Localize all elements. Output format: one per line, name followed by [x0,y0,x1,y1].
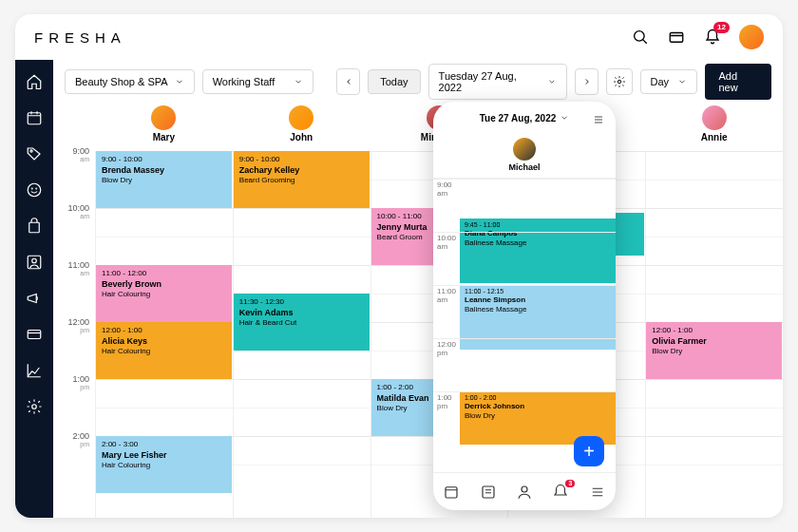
appointment[interactable]: 11:30 - 12:30Kevin AdamsHair & Beard Cut [234,294,370,351]
sidebar [15,60,53,518]
appointment[interactable]: 11:00 - 12:00Beverly BrownHair Colouring [96,265,232,322]
appt-service: Hair Colouring [102,290,226,299]
phone-appointment[interactable]: 9:45 - 11:00Diana CamposBalinese Massage [460,218,616,283]
phone-time-label: 11:00am [437,287,456,304]
date-dropdown[interactable]: Tuesday 27 Aug, 2022 [428,64,567,100]
view-label: Day [651,76,670,87]
appt-time: 11:30 - 12:30 [239,297,364,307]
megaphone-icon[interactable] [26,290,43,307]
staff-cell[interactable]: John [233,105,370,149]
phone-time-label: 1:00pm [437,393,452,410]
svg-point-10 [31,188,32,189]
calendar-icon[interactable] [26,109,43,126]
tab-user-icon[interactable] [516,484,533,501]
appointment[interactable]: 12:00 - 1:00Olivia FarmerBlow Dry [646,322,782,379]
bell-icon[interactable]: 12 [703,28,722,47]
user-box-icon[interactable] [26,254,43,271]
staff-name: Annie [701,132,728,142]
staff-avatar [702,105,727,130]
fab-add-button[interactable]: + [574,436,604,466]
notification-badge: 12 [713,22,730,33]
appt-time: 12:00 - 1:00 [102,326,226,335]
appt-service: Beard Grooming [239,176,364,185]
time-column: 9:00am10:00am11:00am12:00pm1:00pm2:00pm [53,151,95,518]
today-button[interactable]: Today [368,69,420,94]
phone-grid: 9:45 - 11:00Diana CamposBalinese Massage… [433,178,616,472]
svg-point-27 [522,486,527,492]
staff-dropdown[interactable]: Working Staff [202,69,314,94]
tab-bell-icon[interactable]: 3 [552,484,569,501]
appt-time: 9:00 - 10:00 [239,155,364,164]
time-label: 12:00pm [67,318,89,333]
svg-rect-4 [28,113,41,124]
appt-client: Brenda Massey [102,165,226,176]
user-avatar[interactable] [739,25,764,49]
time-label: 2:00pm [72,432,89,447]
phone-overlay: Tue 27 Aug, 2022 Michael 9:45 - 11:00Dia… [433,102,616,510]
phone-staff-name: Michael [508,162,540,172]
svg-line-1 [643,40,647,44]
phone-notification-badge: 3 [565,480,575,487]
phone-time-label: 12:00pm [437,340,456,357]
smile-icon[interactable] [26,181,43,199]
appt-client: Derrick Johnson [465,402,611,411]
tab-calendar-icon[interactable] [443,484,460,501]
svg-point-9 [28,183,41,197]
chevron-down-icon [560,113,569,123]
calendar-grid: 9:00am10:00am11:00am12:00pm1:00pm2:00pm … [53,151,783,518]
time-label: 11:00am [67,261,89,276]
hamburger-icon[interactable] [591,112,606,124]
phone-staff: Michael [433,134,616,178]
phone-date-label: Tue 27 Aug, 2022 [480,113,557,124]
tab-list-icon[interactable] [480,484,497,501]
gear-icon[interactable] [26,398,43,415]
location-label: Beauty Shop & SPA [75,76,168,87]
appointment[interactable]: 2:00 - 3:00Mary Lee FisherHair Colouring [96,436,232,493]
phone-date-dropdown[interactable]: Tue 27 Aug, 2022 [480,113,570,124]
appt-service: Blow Dry [652,347,776,356]
next-day-button[interactable] [575,68,598,95]
svg-rect-13 [28,256,41,269]
product-icon[interactable] [26,218,43,235]
phone-tabbar: 3 [433,472,616,510]
staff-cell[interactable]: Annie [645,105,783,149]
tag-icon[interactable] [26,145,43,162]
phone-column: 9:45 - 11:00Diana CamposBalinese Massage… [460,179,616,472]
staff-name: Mary [153,132,175,142]
chevron-down-icon [547,77,557,86]
appt-service: Hair Colouring [102,461,226,470]
svg-point-18 [618,80,621,84]
brand-logo: FRESHA [34,29,126,46]
prev-day-button[interactable] [336,68,360,95]
chart-icon[interactable] [26,362,43,379]
chevron-down-icon [677,77,687,86]
svg-point-17 [32,405,37,409]
phone-appointment[interactable]: 11:00 - 12:15Leanne SimpsonBalinese Mass… [460,285,616,350]
card-icon[interactable] [26,326,43,343]
location-dropdown[interactable]: Beauty Shop & SPA [65,69,195,94]
tab-more-icon[interactable] [589,484,606,501]
home-icon[interactable] [26,73,43,90]
calendar: MaryJohnMirandaMichaelAnnie 9:00am10:00a… [53,104,783,518]
staff-cell[interactable]: Mary [95,105,233,149]
staff-name: John [290,132,313,142]
phone-staff-avatar [513,138,536,161]
appt-service: Balinese Massage [465,238,611,248]
appointment[interactable]: 12:00 - 1:00Alicia KeysHair Colouring [96,322,232,379]
staff-avatar [289,105,314,130]
appt-time: 2:00 - 3:00 [102,440,226,449]
search-icon[interactable] [631,28,650,47]
appt-client: Zachary Kelley [239,165,364,176]
add-new-button[interactable]: Add new [705,64,771,100]
appt-client: Leanne Simpson [465,295,611,305]
svg-rect-15 [28,331,41,339]
svg-point-8 [30,150,32,152]
appointment[interactable]: 9:00 - 10:00Brenda MasseyBlow Dry [96,151,232,208]
wallet-icon[interactable] [667,28,686,47]
day-column: 9:00 - 10:00Brenda MasseyBlow Dry11:00 -… [95,151,233,518]
calendar-settings-button[interactable] [606,68,632,95]
chevron-down-icon [175,77,184,86]
view-dropdown[interactable]: Day [640,69,698,94]
appointment[interactable]: 9:00 - 10:00Zachary KelleyBeard Grooming [234,151,370,208]
appt-service: Hair Colouring [102,347,226,356]
